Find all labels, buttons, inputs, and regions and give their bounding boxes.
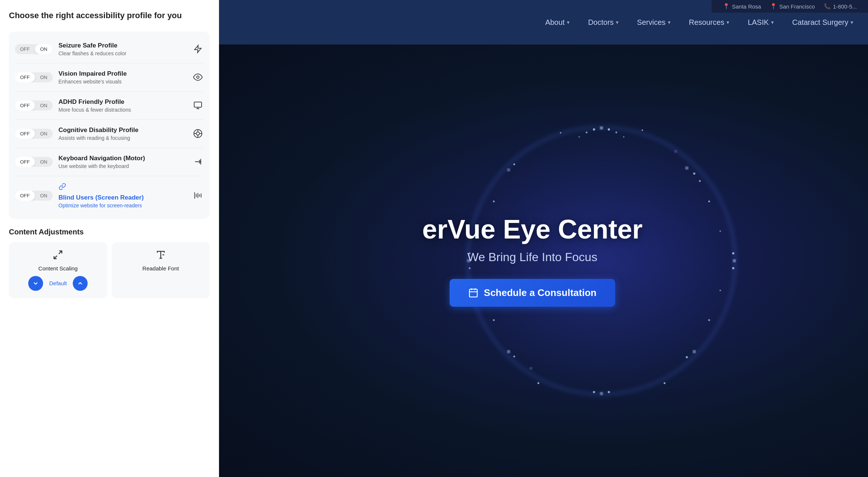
adhd-name: ADHD Friendly Profile [59,98,186,106]
hero-title: erVue Eye Center [422,215,643,244]
nav-doctors[interactable]: Doctors ▾ [588,18,619,27]
svg-point-62 [675,150,677,152]
link-icon [59,183,66,192]
profiles-section: OFF ON Seizure Safe Profile Clear flashe… [9,32,210,219]
screen-reader-icon [192,190,204,201]
santa-rosa-label: Santa Rosa [732,3,761,10]
eye-icon [192,71,204,83]
svg-point-42 [608,391,610,393]
vision-on-btn[interactable]: ON [35,72,53,82]
nav-services[interactable]: Services ▾ [637,18,670,27]
profile-item-blind: OFF ON Blind Users (Screen Reader) Optim… [15,176,204,215]
adhd-on-btn[interactable]: ON [35,101,53,111]
cognitive-on-btn[interactable]: ON [35,129,53,139]
keyboard-off-btn[interactable]: OFF [15,157,35,167]
svg-point-28 [586,132,588,134]
svg-point-26 [593,128,595,131]
svg-point-54 [719,290,721,291]
nav-cataract-chevron: ▾ [851,19,853,25]
svg-point-27 [608,128,610,131]
phone-label: 1-800-5... [833,3,857,10]
svg-point-57 [538,382,539,384]
profile-item-keyboard: OFF ON Keyboard Navigation (Motor) Use w… [15,148,204,176]
svg-point-44 [513,356,515,358]
nav-services-chevron: ▾ [668,19,670,25]
seizure-name: Seizure Safe Profile [59,42,186,49]
schedule-consultation-button[interactable]: Schedule a Consultation [450,279,615,307]
svg-point-6 [196,132,200,135]
svg-point-39 [686,356,688,358]
readable-font-card: Readable Font [112,242,210,298]
blind-info: Blind Users (Screen Reader) Optimize web… [59,183,186,208]
svg-line-18 [59,251,62,254]
blind-desc: Optimize website for screen-readers [59,203,186,208]
svg-point-61 [493,201,495,203]
seizure-on-btn[interactable]: ON [35,44,53,54]
nav-about-label: About [545,18,565,27]
cognitive-info: Cognitive Disability Profile Assists wit… [59,126,186,141]
blind-off-btn[interactable]: OFF [15,191,35,201]
svg-line-19 [54,256,57,259]
website-panel: 📍 Santa Rosa 📍 San Francisco 📞 1-800-5..… [219,0,868,477]
svg-point-50 [642,129,643,131]
lightning-icon [192,43,204,55]
vision-off-btn[interactable]: OFF [15,72,35,82]
location-santa-rosa: 📍 Santa Rosa [723,3,761,10]
readable-font-icon [156,250,166,262]
seizure-toggle[interactable]: OFF ON [15,44,53,54]
vision-toggle[interactable]: OFF ON [15,72,53,82]
vision-desc: Enhances website's visuals [59,79,186,85]
nav-lasik-label: LASIK [748,18,769,27]
nav-doctors-label: Doctors [588,18,614,27]
svg-point-52 [708,201,710,203]
adhd-off-btn[interactable]: OFF [15,101,35,111]
blind-toggle[interactable]: OFF ON [15,191,53,201]
svg-point-25 [600,126,603,129]
content-scaling-decrement[interactable] [28,276,43,291]
content-scaling-icon [53,250,63,262]
location-pin-icon-1: 📍 [723,3,730,10]
svg-point-58 [493,319,495,321]
vision-info: Vision Impaired Profile Enhances website… [59,70,186,85]
blind-name: Blind Users (Screen Reader) [59,194,186,201]
profile-item-adhd: OFF ON ADHD Friendly Profile More focus … [15,92,204,120]
content-scaling-increment[interactable] [73,276,88,291]
cognitive-desc: Assists with reading & focusing [59,135,186,141]
svg-point-36 [732,252,734,254]
seizure-off-btn[interactable]: OFF [15,44,35,54]
keyboard-toggle[interactable]: OFF ON [15,157,53,167]
keyboard-on-btn[interactable]: ON [35,157,53,167]
nav-resources-label: Resources [689,18,725,27]
nav-resources[interactable]: Resources ▾ [689,18,730,27]
adhd-info: ADHD Friendly Profile More focus & fewer… [59,98,186,113]
vision-name: Vision Impaired Profile [59,70,186,78]
keyboard-info: Keyboard Navigation (Motor) Use website … [59,155,186,169]
schedule-label: Schedule a Consultation [484,287,596,299]
keyboard-name: Keyboard Navigation (Motor) [59,155,186,162]
svg-point-56 [664,382,666,384]
svg-point-51 [560,132,561,134]
adhd-desc: More focus & fewer distractions [59,107,186,113]
content-scaling-value: Default [47,280,69,286]
content-adjustments-title: Content Adjustments [9,228,210,236]
nav-about[interactable]: About ▾ [545,18,570,27]
adhd-toggle[interactable]: OFF ON [15,101,53,111]
nav-lasik[interactable]: LASIK ▾ [748,18,774,27]
nav-about-chevron: ▾ [567,19,570,25]
content-scaling-controls: Default [28,276,88,291]
keyboard-desc: Use website with the keyboard [59,163,186,169]
blind-on-btn[interactable]: ON [35,191,53,201]
svg-rect-2 [194,102,202,107]
hero-content: erVue Eye Center We Bring Life Into Focu… [422,215,643,306]
cognitive-toggle[interactable]: OFF ON [15,129,53,139]
svg-point-49 [513,164,515,165]
nav-lasik-chevron: ▾ [771,19,774,25]
svg-point-63 [530,367,532,369]
cognitive-off-btn[interactable]: OFF [15,129,35,139]
cognitive-name: Cognitive Disability Profile [59,126,186,134]
content-scaling-card: Content Scaling Default [9,242,107,298]
phone-icon: 📞 [824,3,831,10]
svg-point-29 [616,132,617,134]
nav-cataract[interactable]: Cataract Surgery ▾ [792,18,853,27]
readable-font-label: Readable Font [143,265,179,272]
